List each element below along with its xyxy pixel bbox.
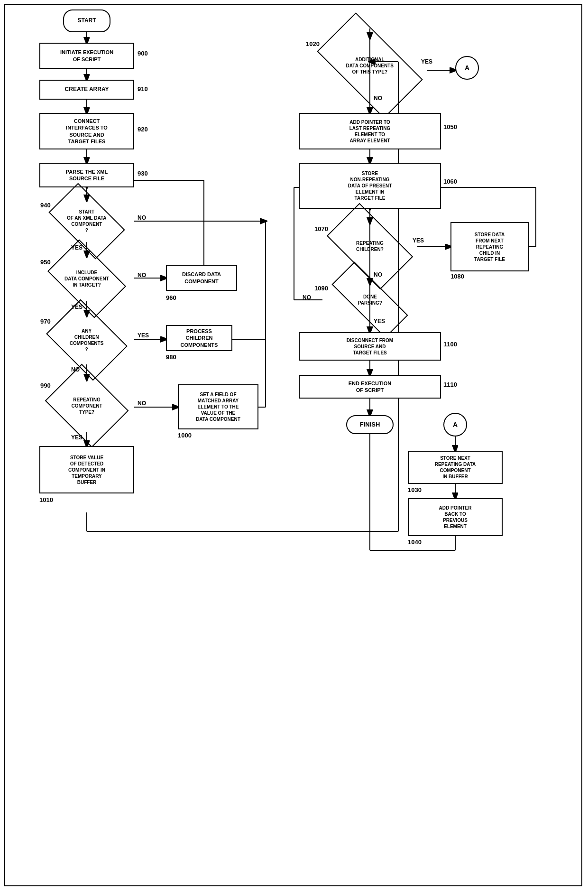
- diamond-1020: ADDITIONALDATA COMPONENTSOF THIS TYPE?: [317, 12, 423, 118]
- label-1090-no: NO: [303, 294, 311, 301]
- num-990: 990: [40, 382, 51, 389]
- label-1070-no: NO: [374, 271, 382, 278]
- num-1040: 1040: [408, 539, 422, 546]
- box-1100-label: DISCONNECT FROMSOURCE ANDTARGET FILES: [347, 337, 393, 356]
- num-930: 930: [138, 170, 148, 177]
- box-1010: STORE VALUEOF DETECTEDCOMPONENT INTEMPOR…: [39, 446, 134, 493]
- num-1050: 1050: [443, 123, 457, 130]
- box-980-label: PROCESSCHILDRENCOMPONENTS: [181, 328, 218, 348]
- label-1020-yes: YES: [421, 58, 432, 65]
- connector-a-bottom-label: A: [453, 420, 458, 429]
- num-1010: 1010: [39, 496, 53, 503]
- label-990-no: NO: [138, 400, 146, 407]
- box-900-label: INITIATE EXECUTIONOF SCRIPT: [60, 49, 113, 63]
- box-1100: DISCONNECT FROMSOURCE ANDTARGET FILES: [299, 332, 441, 361]
- label-970-yes: YES: [138, 332, 149, 339]
- box-920: CONNECTINTERFACES TOSOURCE ANDTARGET FIL…: [39, 113, 134, 149]
- box-1110: END EXECUTIONOF SCRIPT: [299, 375, 441, 399]
- num-1090: 1090: [314, 285, 328, 292]
- connector-a-top: A: [455, 56, 479, 80]
- diamond-990-label: REPEATINGCOMPONENTTYPE?: [72, 397, 102, 415]
- label-940-no: NO: [138, 214, 146, 221]
- label-950-no: NO: [138, 272, 146, 279]
- num-1070: 1070: [314, 225, 328, 232]
- num-900: 900: [138, 50, 148, 57]
- box-1110-label: END EXECUTIONOF SCRIPT: [349, 380, 391, 394]
- diamond-950-label: INCLUDEDATA COMPONENTIN TARGET?: [64, 269, 109, 288]
- start-label: START: [77, 17, 96, 25]
- label-1020-no: NO: [374, 95, 382, 102]
- num-1000: 1000: [178, 432, 192, 439]
- label-1070-yes: YES: [413, 237, 424, 244]
- num-920: 920: [138, 126, 148, 133]
- box-1050-label: ADD POINTER TOLAST REPEATINGELEMENT TOAR…: [349, 119, 390, 144]
- diamond-1070-label: REPEATINGCHILDREN?: [356, 240, 384, 252]
- num-910: 910: [138, 85, 148, 93]
- box-1050: ADD POINTER TOLAST REPEATINGELEMENT TOAR…: [299, 113, 441, 149]
- box-930-label: PARSE THE XMLSOURCE FILE: [66, 168, 108, 182]
- diamond-990: REPEATINGCOMPONENTTYPE?: [45, 364, 129, 448]
- num-950: 950: [40, 259, 51, 266]
- flowchart-diagram: START INITIATE EXECUTIONOF SCRIPT 900 CR…: [0, 0, 588, 892]
- box-980: PROCESSCHILDRENCOMPONENTS: [166, 325, 232, 351]
- num-1100: 1100: [443, 341, 457, 348]
- num-1080: 1080: [450, 273, 464, 280]
- num-1110: 1110: [443, 381, 457, 388]
- finish-label: FINISH: [360, 421, 380, 429]
- num-1020: 1020: [306, 40, 320, 47]
- box-930: PARSE THE XMLSOURCE FILE: [39, 163, 134, 187]
- box-1060-label: STORENON-REPEATINGDATA OF PRESENTELEMENT…: [348, 170, 392, 201]
- box-1040: ADD POINTERBACK TOPREVIOUSELEMENT: [408, 498, 503, 536]
- diamond-1020-label: ADDITIONALDATA COMPONENTSOF THIS TYPE?: [346, 56, 394, 75]
- box-1000: SET A FIELD OFMATCHED ARRAYELEMENT TO TH…: [178, 384, 258, 429]
- box-1080: STORE DATAFROM NEXTREPEATINGCHILD INTARG…: [450, 222, 529, 271]
- box-960: DISCARD DATACOMPONENT: [166, 265, 237, 291]
- box-1060: STORENON-REPEATINGDATA OF PRESENTELEMENT…: [299, 163, 441, 209]
- box-1000-label: SET A FIELD OFMATCHED ARRAYELEMENT TO TH…: [196, 391, 240, 422]
- box-1010-label: STORE VALUEOF DETECTEDCOMPONENT INTEMPOR…: [68, 455, 105, 485]
- box-1040-label: ADD POINTERBACK TOPREVIOUSELEMENT: [439, 505, 472, 530]
- num-980: 980: [166, 353, 176, 361]
- diamond-940-label: STARTOF AN XML DATACOMPONENT?: [67, 209, 107, 233]
- connector-a-top-label: A: [465, 64, 469, 72]
- num-940: 940: [40, 202, 51, 209]
- box-1030-label: STORE NEXTREPEATING DATACOMPONENTIN BUFF…: [435, 455, 476, 480]
- box-1030: STORE NEXTREPEATING DATACOMPONENTIN BUFF…: [408, 451, 503, 484]
- connector-a-bottom: A: [443, 413, 467, 437]
- box-900: INITIATE EXECUTIONOF SCRIPT: [39, 43, 134, 69]
- box-920-label: CONNECTINTERFACES TOSOURCE ANDTARGET FIL…: [66, 118, 108, 145]
- label-990-yes: YES: [71, 434, 83, 441]
- box-910: CREATE ARRAY: [39, 80, 134, 100]
- box-910-label: CREATE ARRAY: [65, 86, 109, 93]
- diamond-1090-label: DONEPARSING?: [358, 294, 382, 306]
- num-1030: 1030: [408, 486, 422, 493]
- num-970: 970: [40, 318, 51, 325]
- start-terminal: START: [63, 9, 110, 32]
- box-1080-label: STORE DATAFROM NEXTREPEATINGCHILD INTARG…: [474, 232, 505, 262]
- diamond-970-label: ANYCHILDRENCOMPONENTS?: [70, 327, 104, 352]
- label-1090-yes: YES: [374, 318, 385, 325]
- num-1060: 1060: [443, 178, 457, 185]
- box-960-label: DISCARD DATACOMPONENT: [182, 271, 221, 285]
- finish-terminal: FINISH: [346, 415, 394, 434]
- num-960: 960: [166, 294, 176, 301]
